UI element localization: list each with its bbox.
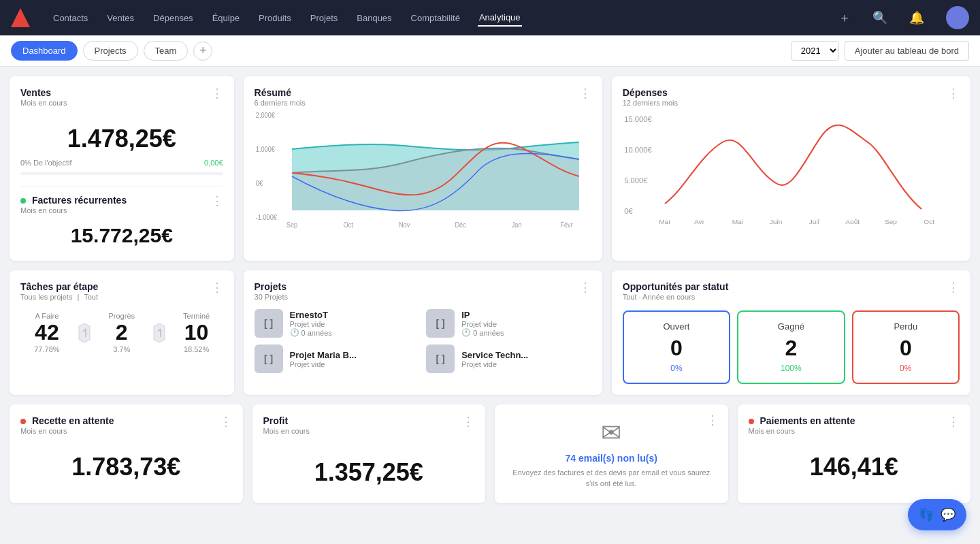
paiements-card: Paiements en attente Mois en cours ⋮ 146…: [738, 404, 971, 503]
afaire-value: 42: [20, 320, 74, 345]
ventes-menu[interactable]: ⋮: [211, 87, 223, 99]
profit-menu[interactable]: ⋮: [462, 415, 474, 428]
avatar[interactable]: [946, 6, 969, 29]
add-tab-button[interactable]: +: [193, 42, 212, 61]
svg-text:Jan: Jan: [511, 221, 521, 229]
paiements-menu[interactable]: ⋮: [947, 415, 960, 428]
factures-amount: 15.772,25€: [20, 216, 223, 250]
factures-menu[interactable]: ⋮: [211, 195, 223, 207]
logo-icon[interactable]: [11, 8, 30, 27]
proj-info-2: IP Projet vide 🕐 0 années: [461, 310, 504, 337]
projets-grid: [ ] ErnestoT Projet vide 🕐 0 années [ ] …: [255, 309, 591, 373]
tab-dashboard[interactable]: Dashboard: [11, 41, 78, 61]
depenses-card: Dépenses 12 derniers mois ⋮ 15.000€ 10.0…: [612, 76, 970, 261]
resume-chart: 2.000€ 1.000€ 0€ -1.000€ Sep: [255, 108, 591, 231]
svg-text:2.000€: 2.000€: [255, 112, 275, 119]
svg-text:15.000€: 15.000€: [624, 116, 652, 123]
email-menu[interactable]: ⋮: [706, 414, 719, 426]
taches-menu[interactable]: ⋮: [211, 281, 223, 293]
proj-info-1: ErnestoT Projet vide 🕐 0 années: [290, 310, 332, 337]
subnav: Dashboard Projects Team + 2021 2020 2022…: [0, 35, 980, 67]
factures-dot: [20, 198, 26, 204]
svg-text:0€: 0€: [255, 180, 263, 187]
proj-item-2[interactable]: [ ] IP Projet vide 🕐 0 années: [426, 309, 591, 338]
svg-text:5.000€: 5.000€: [624, 177, 647, 185]
tab-team[interactable]: Team: [144, 41, 189, 61]
add-icon[interactable]: ＋: [838, 10, 851, 26]
profit-subtitle: Mois en cours: [263, 427, 310, 435]
resume-card: Résumé 6 derniers mois ⋮ 2.000€ 1.000€ 0…: [244, 76, 602, 261]
proj-icon-3: [ ]: [255, 345, 283, 373]
svg-text:Août: Août: [845, 219, 860, 225]
projets-subtitle: 30 Projets: [255, 293, 289, 301]
resume-menu[interactable]: ⋮: [579, 87, 591, 99]
projets-title: Projets: [255, 281, 289, 292]
proj-icon-1: [ ]: [255, 309, 283, 338]
row-2: Tâches par étape Tous les projets | Tout…: [10, 270, 970, 395]
nav-produits[interactable]: Produits: [257, 10, 293, 26]
year-select[interactable]: 2021 2020 2022: [791, 41, 839, 61]
depenses-menu[interactable]: ⋮: [947, 87, 960, 99]
progres-pct: 3.7%: [95, 345, 148, 353]
nav-banques[interactable]: Banques: [355, 10, 393, 26]
proj-item-3[interactable]: [ ] Projet Maria B... Projet vide: [255, 345, 420, 373]
depenses-title: Dépenses: [623, 87, 678, 98]
opp-ouvert: Ouvert 0 0%: [623, 310, 730, 384]
nav-contacts[interactable]: Contacts: [52, 10, 89, 26]
nav-analytique[interactable]: Analytique: [478, 10, 522, 27]
row-3: Recette en attente Mois en cours ⋮ 1.783…: [10, 404, 970, 503]
resume-subtitle: 6 derniers mois: [255, 99, 306, 107]
nav-comptabilite[interactable]: Comptabilité: [410, 10, 461, 26]
opp-gagne: Gagné 2 100%: [737, 310, 845, 384]
svg-text:Juil: Juil: [809, 219, 819, 225]
resume-title: Résumé: [255, 87, 306, 98]
recette-subtitle: Mois en cours: [20, 427, 114, 435]
nav-equipe[interactable]: Équipe: [211, 10, 241, 26]
svg-text:10.000€: 10.000€: [624, 146, 652, 154]
svg-text:Avr: Avr: [694, 219, 705, 225]
termine-pct: 18.52%: [170, 345, 223, 353]
float-button[interactable]: 👣 💬: [908, 499, 966, 513]
recette-menu[interactable]: ⋮: [220, 415, 232, 428]
nav-depenses[interactable]: Dépenses: [152, 10, 195, 26]
proj-icon-2: [ ]: [426, 309, 455, 338]
svg-text:0€: 0€: [624, 208, 633, 215]
taches-subtitle: Tous les projets | Tout: [20, 293, 98, 301]
svg-text:Oct: Oct: [924, 219, 934, 225]
svg-text:Mar: Mar: [659, 219, 671, 225]
email-count: 74 email(s) non lu(s): [566, 453, 657, 464]
opps-title: Opportunités par statut: [623, 281, 729, 292]
factures-title: Factures récurrentes: [20, 195, 127, 206]
ventes-subtitle: Mois en cours: [20, 99, 67, 107]
opps-subtitle: Tout · Année en cours: [623, 293, 729, 301]
taches-title: Tâches par étape: [20, 281, 98, 292]
profit-amount: 1.357,25€: [263, 436, 475, 492]
paiements-subtitle: Mois en cours: [749, 427, 855, 435]
projets-card: Projets 30 Projets ⋮ [ ] ErnestoT Projet…: [244, 270, 602, 395]
tab-projects[interactable]: Projects: [83, 41, 138, 61]
ventes-card: Ventes Mois en cours ⋮ 1.478,25€ 0% De l…: [10, 76, 234, 261]
nav-projets[interactable]: Projets: [309, 10, 339, 26]
depenses-chart: 15.000€ 10.000€ 5.000€ 0€ Mar Avr Mai Ju…: [623, 108, 960, 231]
proj-item-4[interactable]: [ ] Service Techn... Projet vide: [426, 345, 591, 373]
factures-subtitle: Mois en cours: [20, 206, 127, 214]
ventes-sub-value: 0,00€: [204, 159, 223, 167]
search-icon[interactable]: 🔍: [872, 10, 887, 25]
arrow-2: [151, 321, 167, 345]
svg-text:Déc: Déc: [455, 221, 466, 229]
projets-menu[interactable]: ⋮: [579, 281, 591, 293]
proj-info-4: Service Techn... Projet vide: [461, 350, 528, 368]
afaire-label: A Faire: [20, 312, 74, 320]
add-board-button[interactable]: Ajouter au tableau de bord: [845, 41, 969, 61]
email-icon: ✉: [601, 419, 621, 447]
termine-label: Terminé: [170, 312, 223, 320]
nav-ventes[interactable]: Ventes: [105, 10, 135, 26]
svg-text:Févr: Févr: [560, 221, 573, 229]
proj-info-3: Projet Maria B... Projet vide: [290, 350, 357, 368]
email-desc: Envoyez des factures et des devis par em…: [508, 468, 715, 489]
opps-menu[interactable]: ⋮: [947, 281, 960, 293]
paiements-title: Paiements en attente: [749, 415, 855, 426]
bell-icon[interactable]: 🔔: [909, 10, 924, 25]
row-1: Ventes Mois en cours ⋮ 1.478,25€ 0% De l…: [10, 76, 970, 261]
proj-item-1[interactable]: [ ] ErnestoT Projet vide 🕐 0 années: [255, 309, 420, 338]
